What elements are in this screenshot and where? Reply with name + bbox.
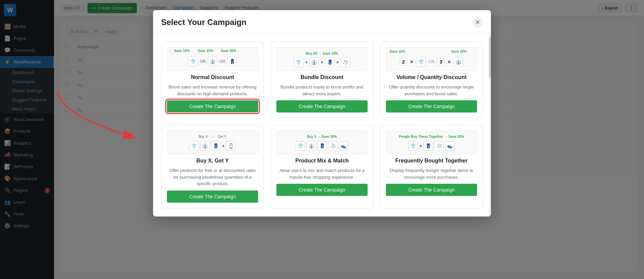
modal-title: Select Your Campaign (161, 18, 247, 27)
campaign-modal: Select Your Campaign ✕ Save 10% Save 15%… (153, 10, 491, 217)
pants-mm: 👖 (317, 141, 327, 151)
modal-header: Select Your Campaign ✕ (153, 10, 491, 33)
plus-3: + (336, 59, 339, 65)
or-vol: OR (428, 59, 435, 64)
campaign-card-mix-match: Buy 3 → Save 20% 👕 👔 👖 🧦 👟 Product Mix &… (271, 125, 373, 208)
or-1: OR (200, 59, 206, 64)
campaign-image-volume-discount: Save 15% Save 20% 2 ✕ 👕 OR 3 ✕ 👔 (386, 47, 477, 71)
volume-discount-create-button[interactable]: Create The Campaign (386, 100, 477, 112)
times-1: ✕ (410, 59, 414, 65)
buy-x-get-y-title: Buy X, Get Y (196, 158, 229, 164)
buy-x-get-y-desc: Offer products for free or at discounted… (167, 167, 258, 187)
campaign-image-mix-match: Buy 3 → Save 20% 👕 👔 👖 🧦 👟 (276, 131, 368, 154)
bundle-discount-title: Bundle Discount (300, 74, 343, 80)
campaign-image-normal-discount: Save 10% Save 15% Save 20% 👕 OR 👔 OR 👖 (167, 47, 258, 71)
mix-match-title: Product Mix & Match (295, 158, 349, 164)
normal-discount-title: Normal Discount (191, 74, 234, 80)
plus-2: + (321, 59, 323, 65)
shirt-fb1: 👕 (408, 141, 418, 151)
frequently-bought-desc: Display frequently bought together items… (386, 167, 477, 180)
volume-discount-desc: Offer quantity discounts to encourage la… (386, 84, 477, 97)
pants-icon: 👖 (227, 57, 237, 66)
qty-2: 2 (400, 58, 407, 66)
plus-fb: + (419, 143, 422, 149)
mix-match-create-button[interactable]: Create The Campaign (276, 184, 368, 196)
socks-b: 🧦 (341, 57, 350, 67)
socks-mm: 🧦 (328, 141, 338, 151)
plus-xy: + (222, 143, 225, 149)
modal-scroll-thumb[interactable] (489, 37, 491, 78)
shoes-mm: 👟 (339, 141, 348, 151)
save-20-label: Save 20% (221, 49, 236, 53)
bundle-discount-desc: Bundle products easily to boost profits … (276, 84, 368, 97)
save-15-vol: Save 15% (390, 50, 405, 53)
shirt-v2: 👔 (454, 57, 463, 67)
modal-overlay[interactable]: Select Your Campaign ✕ Save 10% Save 15%… (0, 0, 644, 279)
frequently-bought-title: Frequently Bought Together (395, 158, 468, 164)
shirt-b2: 👔 (309, 57, 319, 67)
pants-fb: 👖 (423, 141, 433, 151)
campaigns-grid: Save 10% Save 15% Save 20% 👕 OR 👔 OR 👖 (161, 42, 483, 208)
times-2: ✕ (447, 59, 451, 65)
pants-b: 👖 (325, 57, 335, 67)
volume-discount-title: Volume / Quantity Discount (396, 74, 467, 80)
campaign-card-volume-discount: Save 15% Save 20% 2 ✕ 👕 OR 3 ✕ 👔 (380, 42, 483, 118)
frequently-bought-create-button[interactable]: Create The Campaign (386, 184, 477, 196)
shirt-v: 👕 (416, 57, 426, 67)
campaign-image-buy-x-get-y: Buy X → Get Y 👕 👔 👖 + ⌚ (167, 131, 258, 154)
plus-1: + (305, 59, 308, 65)
shirt-mm1: 👕 (296, 141, 305, 151)
buy-3-save-label: Buy 3 → Save 20% (307, 135, 337, 138)
modal-body: Save 10% Save 15% Save 20% 👕 OR 👔 OR 👖 (153, 33, 491, 217)
watch-xy: ⌚ (226, 141, 236, 151)
pants-xy: 👖 (211, 141, 221, 151)
mix-match-desc: Allow users to mix and match products fo… (276, 167, 368, 180)
normal-discount-create-button[interactable]: Create The Campaign (167, 100, 258, 112)
buy-x-label: Buy X → Get Y (199, 135, 226, 138)
modal-scrollbar[interactable] (489, 34, 491, 217)
bundle-discount-create-button[interactable]: Create The Campaign (276, 100, 368, 112)
shirt-icon-1: 👕 (188, 57, 198, 66)
campaign-card-buy-x-get-y: Buy X → Get Y 👕 👔 👖 + ⌚ (161, 125, 264, 208)
campaign-image-bundle-discount: Buy All → Save 10% 👕 + 👔 + 👖 + 🧦 (276, 47, 368, 71)
modal-close-button[interactable]: ✕ (472, 17, 483, 28)
save-20-vol: Save 20% (451, 50, 467, 53)
shirt-mm2: 👔 (306, 141, 316, 151)
qty-3: 3 (437, 58, 445, 66)
or-2: OR (219, 59, 225, 64)
socks-fb: 🧦 (434, 141, 444, 151)
campaign-card-normal-discount: Save 10% Save 15% Save 20% 👕 OR 👔 OR 👖 (161, 42, 264, 118)
shirt-icon-2: 👔 (208, 57, 217, 66)
people-buy-together-label: People Buy These Together → Save 20% (399, 135, 464, 138)
shirt-xy1: 👕 (190, 141, 199, 151)
shoes-fb: 👟 (445, 141, 454, 151)
save-10-label: Save 10% (174, 49, 190, 53)
campaign-card-frequently-bought: People Buy These Together → Save 20% 👕 +… (380, 125, 483, 208)
shirt-b1: 👕 (294, 57, 303, 67)
buy-all-save-label: Buy All → Save 10% (306, 52, 338, 55)
save-15-label: Save 15% (198, 49, 213, 53)
red-arrow (54, 88, 142, 142)
campaign-image-frequently-bought: People Buy These Together → Save 20% 👕 +… (386, 131, 477, 154)
campaign-card-bundle-discount: Buy All → Save 10% 👕 + 👔 + 👖 + 🧦 (271, 42, 373, 118)
normal-discount-desc: Boost sales and increase revenue by offe… (167, 84, 258, 97)
buy-x-get-y-create-button[interactable]: Create The Campaign (167, 191, 258, 203)
shirt-xy2: 👔 (200, 141, 210, 151)
